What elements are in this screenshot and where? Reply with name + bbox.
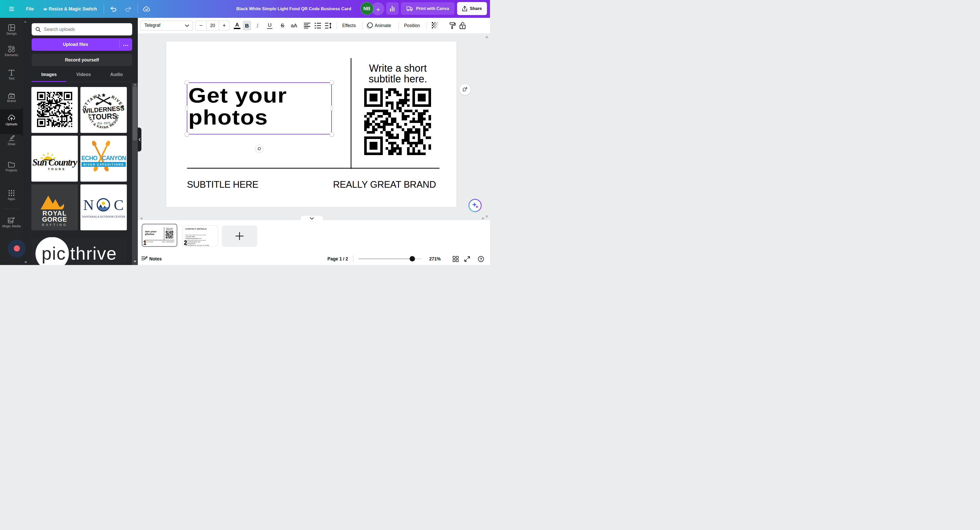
svg-text:Sun Country: Sun Country — [32, 157, 78, 168]
svg-text:Est. 1975: Est. 1975 — [97, 121, 110, 125]
svg-text:GORGE: GORGE — [42, 216, 67, 223]
svg-text:TOURS: TOURS — [48, 168, 66, 171]
svg-text:ECHO: ECHO — [81, 155, 97, 162]
svg-text:RIVER EXPEDITIONS: RIVER EXPEDITIONS — [83, 163, 124, 166]
svg-text:N: N — [83, 197, 94, 213]
svg-text:NANTAHALA OUTDOOR CENTER: NANTAHALA OUTDOOR CENTER — [82, 215, 125, 218]
svg-text:CANYON: CANYON — [102, 155, 126, 162]
svg-text:co.: co. — [10, 95, 13, 98]
svg-text:TOURS: TOURS — [91, 111, 118, 121]
svg-text:C: C — [114, 197, 124, 213]
svg-text:RAFTING: RAFTING — [42, 223, 67, 227]
